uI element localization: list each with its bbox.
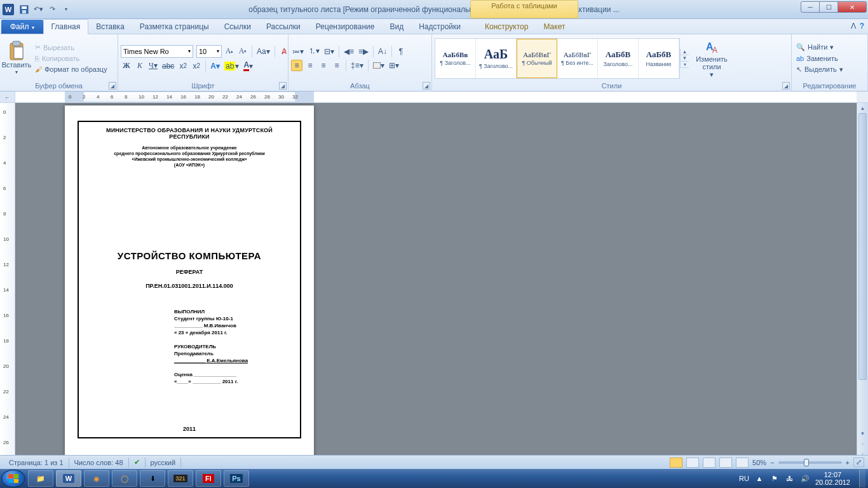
gallery-down-icon[interactable]: ▼ [681,55,689,62]
document-area[interactable]: МИНИСТЕРСТВО ОБРАЗОВАНИЯ И НАУКИ УДМУРТС… [15,103,868,459]
shading-button[interactable]: ▾ [372,60,386,71]
shrink-font-button[interactable]: A▾ [237,46,248,57]
help-icon[interactable]: ? [860,22,864,30]
style-item-5[interactable]: АаБбВНазвание [639,39,679,78]
view-draft[interactable] [736,458,749,468]
zoom-slider[interactable] [778,461,842,464]
vertical-ruler[interactable]: 02468101214161820222426 [0,103,15,459]
taskbar-explorer[interactable]: 📁 [28,470,53,487]
tab-review[interactable]: Рецензирование [308,20,383,34]
find-button[interactable]: 🔍Найти▾ [794,43,845,52]
multilevel-list-button[interactable]: ⊟▾ [323,46,336,57]
borders-button[interactable]: ⊞▾ [388,60,400,71]
bold-button[interactable]: Ж [121,60,132,72]
zoom-level[interactable]: 50% [752,459,766,466]
taskbar-aimp[interactable]: ◉ [84,470,109,487]
font-color-button[interactable]: A▾ [242,60,254,72]
decrease-indent-button[interactable]: ◀≡ [342,46,355,57]
status-page[interactable]: Страница: 1 из 1 [4,458,69,468]
clear-formatting-button[interactable]: A̷ [278,46,290,57]
strikethrough-button[interactable]: abc [161,60,175,72]
maximize-button[interactable]: ☐ [819,1,838,13]
page-content[interactable]: МИНИСТЕРСТВО ОБРАЗОВАНИЯ И НАУКИ УДМУРТС… [78,121,301,438]
style-item-2[interactable]: АаБбВвГ¶ Обычный [517,39,557,78]
superscript-button[interactable]: x2 [191,60,202,72]
taskbar-flash[interactable]: Fl [196,470,221,487]
status-proofing[interactable]: ✔ [129,458,146,468]
change-case-button[interactable]: Aa▾ [255,46,271,57]
paragraph-dialog-launcher[interactable]: ◢ [423,82,430,90]
paste-button[interactable]: Вставить ▾ [3,39,31,78]
italic-button[interactable]: К [134,60,146,72]
text-effects-button[interactable]: A▾ [209,60,221,72]
highlight-button[interactable]: ab▾ [223,60,240,72]
gallery-up-icon[interactable]: ▲ [681,49,689,55]
taskbar-downloads[interactable]: ⬇ [140,470,165,487]
tab-table-layout[interactable]: Макет [536,20,573,34]
tray-volume-icon[interactable]: 🔊 [800,473,810,484]
prev-page-icon[interactable]: ◦ [857,438,868,449]
tab-home[interactable]: Главная [43,19,89,34]
bullets-button[interactable]: ≔▾ [291,46,305,57]
styles-dialog-launcher[interactable]: ◢ [782,82,790,90]
style-item-3[interactable]: АаБбВвГ¶ Без инте... [557,39,598,78]
tray-expand-icon[interactable]: ▲ [754,473,764,484]
minimize-button[interactable]: ─ [801,1,820,13]
align-left-button[interactable]: ≡ [291,60,302,71]
underline-button[interactable]: Ч▾ [147,60,159,72]
tray-flag-icon[interactable]: ⚑ [770,473,780,484]
subscript-button[interactable]: x2 [177,60,189,72]
scroll-up-icon[interactable]: ▲ [857,103,868,113]
align-right-button[interactable]: ≡ [318,60,329,71]
taskbar-word[interactable]: W [56,470,81,487]
view-web-layout[interactable] [703,458,715,468]
status-word-count[interactable]: Число слов: 48 [69,458,129,468]
font-name-combo[interactable]: Times New Ro▾ [121,45,193,58]
tab-addins[interactable]: Надстройки [411,20,468,34]
tray-language[interactable]: RU [739,475,749,482]
scroll-down-icon[interactable]: ▼ [857,428,868,438]
vertical-scrollbar[interactable]: ▲ ▼ ◦ ◦ [857,103,868,459]
tab-page-layout[interactable]: Разметка страницы [132,20,217,34]
numbering-button[interactable]: ⒈▾ [307,46,321,57]
grow-font-button[interactable]: A▴ [224,46,235,57]
show-marks-button[interactable]: ¶ [395,46,407,57]
status-language[interactable]: русский [146,458,181,468]
horizontal-ruler[interactable]: 02468101214161820222426283032 [15,92,857,102]
align-center-button[interactable]: ≡ [304,60,316,71]
tray-clock[interactable]: 12:07 20.02.2012 [815,471,850,486]
save-icon[interactable] [18,3,31,16]
style-item-1[interactable]: АаБ¶ Заголово... [476,39,517,78]
replace-button[interactable]: abЗаменить [794,54,845,63]
font-dialog-launcher[interactable]: ◢ [279,82,287,90]
style-item-0[interactable]: АаБбВв¶ Заголов... [435,39,476,78]
increase-indent-button[interactable]: ≡▶ [357,46,370,57]
style-item-4[interactable]: АаБбВЗаголово... [598,39,639,78]
view-full-screen[interactable] [686,458,699,468]
start-button[interactable] [1,470,25,487]
tab-view[interactable]: Вид [382,20,411,34]
zoom-fit-icon[interactable]: ⤢ [853,458,864,467]
sort-button[interactable]: A↓ [377,46,388,57]
change-styles-button[interactable]: AA Изменить стили▾ [693,37,731,79]
tab-references[interactable]: Ссылки [217,20,259,34]
font-size-combo[interactable]: 10▾ [196,45,222,58]
taskbar-photoshop[interactable]: Ps [224,470,249,487]
gallery-more-icon[interactable]: ▾ [681,62,689,68]
line-spacing-button[interactable]: ‡≡▾ [349,60,365,71]
zoom-out-button[interactable]: − [770,459,774,466]
tab-table-design[interactable]: Конструктор [477,20,536,34]
qat-customize-icon[interactable]: ▾ [60,3,72,16]
view-print-layout[interactable] [670,458,682,468]
zoom-in-button[interactable]: + [846,459,850,466]
tray-network-icon[interactable]: 🖧 [785,473,795,484]
justify-button[interactable]: ≡ [331,60,342,71]
format-painter-button[interactable]: 🖌Формат по образцу [33,65,109,74]
scroll-thumb[interactable] [858,113,867,380]
redo-icon[interactable]: ↷ [46,3,58,16]
close-button[interactable]: ✕ [837,1,867,13]
show-desktop-button[interactable] [859,470,865,487]
minimize-ribbon-icon[interactable]: ᐱ [851,22,856,30]
tab-mailings[interactable]: Рассылки [259,20,308,34]
tab-insert[interactable]: Вставка [88,20,132,34]
